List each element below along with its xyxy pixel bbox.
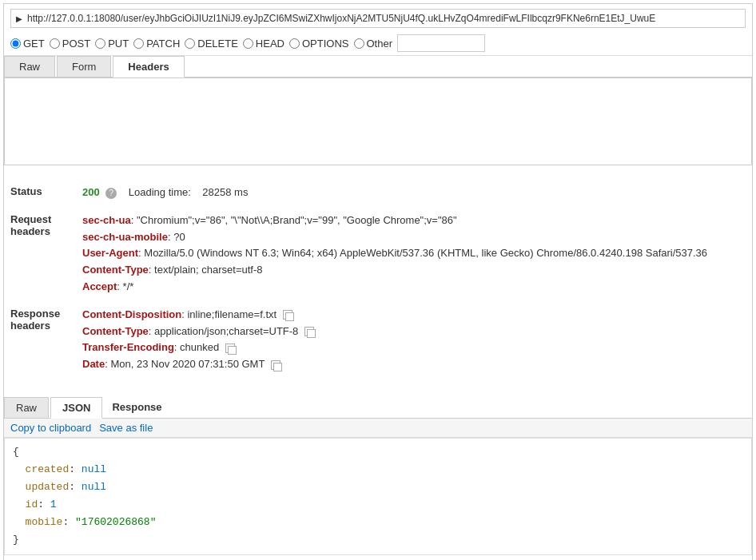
json-close-brace: } [13,531,743,549]
method-put[interactable]: PUT [95,38,129,50]
copy-to-clipboard-link[interactable]: Copy to clipboard [10,422,91,434]
request-headers-row: Request headers sec-ch-ua: "Chromium";v=… [10,212,746,296]
request-headers-label: Request headers [10,212,82,237]
request-tabs: Raw Form Headers [4,56,752,77]
save-as-file-link[interactable]: Save as file [99,422,153,434]
status-label: Status [10,185,82,197]
req-header-line-2: User-Agent: Mozilla/5.0 (Windows NT 6.3;… [82,245,746,262]
method-head-radio[interactable] [243,38,253,49]
resp-header-line-2: Transfer-Encoding: chunked [82,340,746,356]
json-field-updated: updated: null [13,479,743,496]
status-value: 200 [82,186,100,198]
tab-raw[interactable]: Raw [4,56,55,77]
tab-response-json[interactable]: JSON [50,397,102,419]
help-icon: ? [105,188,117,199]
json-field-mobile: mobile: "17602026868" [13,514,743,531]
copy-content-disposition-icon[interactable] [283,310,292,320]
req-header-line-1: sec-ch-ua-mobile: ?0 [82,229,746,246]
method-options-radio[interactable] [289,38,300,49]
json-open-brace: { [13,443,743,461]
tab-headers[interactable]: Headers [113,56,184,77]
method-patch[interactable]: PATCH [133,38,180,50]
watermark: CSDN @管程序猿 [4,555,752,560]
json-field-id: id: 1 [13,496,743,514]
method-put-radio[interactable] [95,38,105,49]
resp-header-line-0: Content-Disposition: inline;filename=f.t… [82,307,746,324]
resp-header-line-1: Content-Type: application/json;charset=U… [82,324,746,340]
tab-response-label: Response [104,397,169,417]
copy-date-icon[interactable] [271,360,281,370]
json-field-created: created: null [13,461,743,479]
url-arrow-icon: ▶ [16,14,22,23]
tab-response-raw[interactable]: Raw [4,397,49,418]
json-area: { created: null updated: null id: 1 mobi… [4,438,752,555]
method-patch-radio[interactable] [133,38,144,49]
copy-content-type-icon[interactable] [304,327,314,336]
response-headers-content: Content-Disposition: inline;filename=f.t… [82,307,746,373]
method-delete[interactable]: DELETE [185,38,238,50]
url-bar: ▶ http://127.0.0.1:18080/user/eyJhbGciOi… [10,9,746,28]
method-delete-radio[interactable] [185,38,195,49]
response-tabs-row: Raw JSON Response [4,397,752,419]
method-row: GET POST PUT PATCH DELETE HEAD OPTIONS [4,31,752,56]
method-get-radio[interactable] [10,38,21,49]
method-options[interactable]: OPTIONS [289,38,349,50]
copy-transfer-encoding-icon[interactable] [225,344,235,353]
method-head[interactable]: HEAD [243,38,284,50]
req-header-line-3: Content-Type: text/plain; charset=utf-8 [82,262,746,279]
status-row: Status 200 ? Loading time: 28258 ms [10,185,746,201]
tab-form[interactable]: Form [57,56,111,77]
method-get[interactable]: GET [10,38,45,50]
method-post-radio[interactable] [50,38,60,49]
req-header-line-4: Accept: */* [82,279,746,296]
status-content: 200 ? Loading time: 28258 ms [82,185,746,201]
method-other-input[interactable] [397,34,485,52]
method-other[interactable]: Other [354,38,393,50]
resp-header-line-3: Date: Mon, 23 Nov 2020 07:31:50 GMT [82,356,746,373]
loading-label: Loading time: [129,186,191,198]
request-headers-content: sec-ch-ua: "Chromium";v="86", "\"Not\\A;… [82,212,746,296]
loading-value: 28258 ms [202,186,248,198]
copy-bar: Copy to clipboard Save as file [4,419,752,438]
info-section: Status 200 ? Loading time: 28258 ms Requ… [4,180,752,389]
request-body-area [4,77,752,165]
req-header-line-0: sec-ch-ua: "Chromium";v="86", "\"Not\\A;… [82,212,746,229]
response-headers-label: Response headers [10,307,82,332]
url-text: http://127.0.0.1:18080/user/eyJhbGciOiJI… [27,13,655,24]
method-other-radio[interactable] [354,38,364,49]
method-post[interactable]: POST [50,38,90,50]
response-headers-row: Response headers Content-Disposition: in… [10,307,746,373]
